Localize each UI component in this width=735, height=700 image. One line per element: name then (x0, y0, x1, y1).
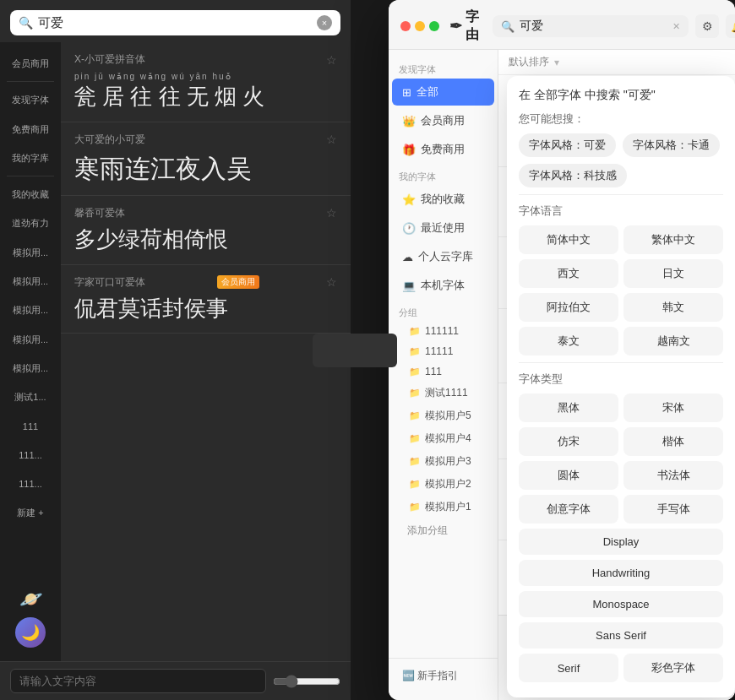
lang-han[interactable]: 韩文 (623, 293, 723, 322)
type-song[interactable]: 宋体 (623, 393, 723, 422)
cloud-icon: ☁ (402, 251, 413, 263)
app-name: 字由 (466, 8, 479, 44)
left-clear-button[interactable]: × (317, 15, 332, 30)
notification-button[interactable]: 🔔 (726, 14, 735, 38)
rs-item-free[interactable]: 🎁 免费商用 (392, 136, 494, 163)
sort-chevron-icon: ▾ (554, 57, 559, 68)
user-avatar[interactable]: 🌙 (15, 617, 46, 648)
type-serif[interactable]: Serif (519, 654, 618, 682)
sidebar-item-sim4[interactable]: 模拟用... (0, 325, 61, 354)
type-handwrite[interactable]: 手写体 (623, 495, 723, 524)
rs-sub-sim3[interactable]: 📁 模拟用户3 (389, 450, 498, 473)
sidebar-item-sim1[interactable]: 模拟用... (0, 238, 61, 267)
rs-member-label: 会员商用 (421, 113, 465, 128)
suggestion-chip-2[interactable]: 字体风格：科技感 (519, 164, 627, 187)
member-badge-4: 会员商用 (217, 275, 259, 289)
rs-sub-sim2-label: 模拟用户2 (425, 477, 471, 491)
sidebar-item-member-commercial[interactable]: 会员商用 (0, 49, 61, 78)
type-handwriting[interactable]: Handwriting (519, 560, 723, 586)
rs-item-favorites[interactable]: ⭐ 我的收藏 (392, 186, 494, 213)
rs-sub-11111[interactable]: 📁 11111 (389, 341, 498, 361)
rs-item-cloud[interactable]: ☁ 个人云字库 (392, 243, 494, 270)
type-shufa[interactable]: 书法体 (623, 461, 723, 490)
suggestion-chip-1[interactable]: 字体风格：卡通 (623, 133, 720, 157)
grid-icon: ⊞ (402, 86, 411, 99)
star-icon-1[interactable]: ☆ (326, 53, 337, 67)
font-item-4[interactable]: 字家可口可爱体 会员商用 ☆ 侃君莫话封侯事 (61, 265, 351, 334)
rs-item-local[interactable]: 💻 本机字体 (392, 272, 494, 299)
free-icon: 🎁 (402, 144, 416, 156)
sidebar-item-sim3[interactable]: 模拟用... (0, 296, 61, 324)
type-kai[interactable]: 楷体 (623, 427, 723, 456)
sidebar-item-tag1[interactable]: 道劲有力 (0, 209, 61, 237)
font-preview-4: 侃君莫话封侯事 (74, 295, 337, 323)
lang-arab[interactable]: 阿拉伯文 (519, 293, 618, 322)
rs-item-recent[interactable]: 🕐 最近使用 (392, 214, 494, 241)
type-hei[interactable]: 黑体 (519, 393, 618, 422)
rs-item-member[interactable]: 👑 会员商用 (392, 107, 494, 134)
divider-1 (519, 194, 723, 195)
right-clear-icon[interactable]: ✕ (672, 21, 680, 32)
rs-local-label: 本机字体 (421, 278, 465, 293)
sidebar-item-discover[interactable]: 发现字体 (0, 85, 61, 114)
font-item-3[interactable]: 馨香可爱体 ☆ 多少绿荷相倚恨 (61, 196, 351, 265)
rs-item-all[interactable]: ⊞ 全部 (392, 79, 494, 106)
sidebar-item-test1[interactable]: 测试1... (0, 383, 61, 411)
sidebar-item-sim5[interactable]: 模拟用... (0, 354, 61, 383)
rs-sub-sim1[interactable]: 📁 模拟用户1 (389, 496, 498, 518)
left-search-input[interactable] (38, 16, 312, 30)
rs-sub-sim3-label: 模拟用户3 (425, 454, 471, 469)
rs-sub-test1111[interactable]: 📁 测试1111 (389, 382, 498, 404)
sidebar-item-free-commercial[interactable]: 免费商用 (0, 115, 61, 144)
suggestion-chip-0[interactable]: 字体风格：可爱 (519, 133, 616, 157)
sidebar-item-111-1[interactable]: 111... (0, 441, 61, 469)
rs-favorites-label: 我的收藏 (421, 192, 465, 207)
lang-viet[interactable]: 越南文 (623, 327, 723, 355)
member-icon: 👑 (402, 115, 416, 128)
rs-sub-111111[interactable]: 📁 111111 (389, 321, 498, 341)
rs-new-handbook[interactable]: 🆕 新手指引 (392, 664, 494, 688)
sidebar-item-new-group[interactable]: 新建 + (0, 498, 61, 527)
font-size-slider[interactable] (273, 675, 340, 688)
minimize-button[interactable] (415, 21, 425, 31)
lang-ri[interactable]: 日文 (623, 259, 723, 288)
left-text-input[interactable] (10, 669, 266, 693)
type-color[interactable]: 彩色字体 (623, 654, 723, 682)
lang-jian[interactable]: 简体中文 (519, 225, 618, 254)
type-yuan[interactable]: 圆体 (519, 461, 618, 490)
rs-add-group[interactable]: 添加分组 (389, 518, 498, 543)
maximize-button[interactable] (429, 21, 439, 31)
rs-sub-sim5[interactable]: 📁 模拟用户5 (389, 404, 498, 427)
sidebar-item-111[interactable]: 111 (0, 412, 61, 441)
sidebar-item-my-library[interactable]: 我的字库 (0, 144, 61, 172)
lang-xi[interactable]: 西文 (519, 259, 618, 288)
rs-group-label: 分组 (389, 300, 498, 321)
type-display[interactable]: Display (519, 529, 723, 555)
font-item-2[interactable]: 大可爱的小可爱 ☆ 寒雨连江夜入吴 (61, 122, 351, 196)
sidebar-item-my-favorites[interactable]: 我的收藏 (0, 180, 61, 209)
type-creative[interactable]: 创意字体 (519, 495, 618, 524)
rs-sub-111[interactable]: 📁 111 (389, 361, 498, 382)
rs-sub-sim2[interactable]: 📁 模拟用户2 (389, 473, 498, 496)
font-name-4: 字家可口可爱体 (74, 275, 145, 290)
type-fang[interactable]: 仿宋 (519, 427, 618, 456)
star-icon-2[interactable]: ☆ (326, 133, 337, 146)
right-search-input[interactable] (520, 19, 667, 33)
type-sans-serif[interactable]: Sans Serif (519, 622, 723, 648)
rs-free-label: 免费商用 (421, 142, 465, 157)
right-search-bar[interactable]: 🔍 ✕ (493, 15, 689, 37)
star-icon-4[interactable]: ☆ (326, 275, 337, 289)
lang-fan[interactable]: 繁体中文 (623, 225, 723, 254)
planet-icon[interactable]: 🪐 (19, 589, 42, 610)
left-search-bar[interactable]: 🔍 × (10, 10, 340, 35)
sidebar-item-sim2[interactable]: 模拟用... (0, 267, 61, 296)
close-button[interactable] (400, 21, 411, 31)
left-app: 🔍 × 会员商用 发现字体 免费商用 我的字库 我的收藏 道劲有力 模拟用...… (0, 0, 351, 700)
rs-sub-sim4[interactable]: 📁 模拟用户4 (389, 427, 498, 450)
star-icon-3[interactable]: ☆ (326, 206, 337, 220)
sidebar-item-111-2[interactable]: 111... (0, 469, 61, 498)
font-item-1[interactable]: X-小可爱拼音体 ☆ pin jū wǎng wǎng wú yān huǒ 瓮… (61, 42, 351, 122)
settings-button[interactable]: ⚙ (695, 14, 719, 38)
lang-thai[interactable]: 泰文 (519, 327, 618, 355)
type-monospace[interactable]: Monospace (519, 591, 723, 617)
